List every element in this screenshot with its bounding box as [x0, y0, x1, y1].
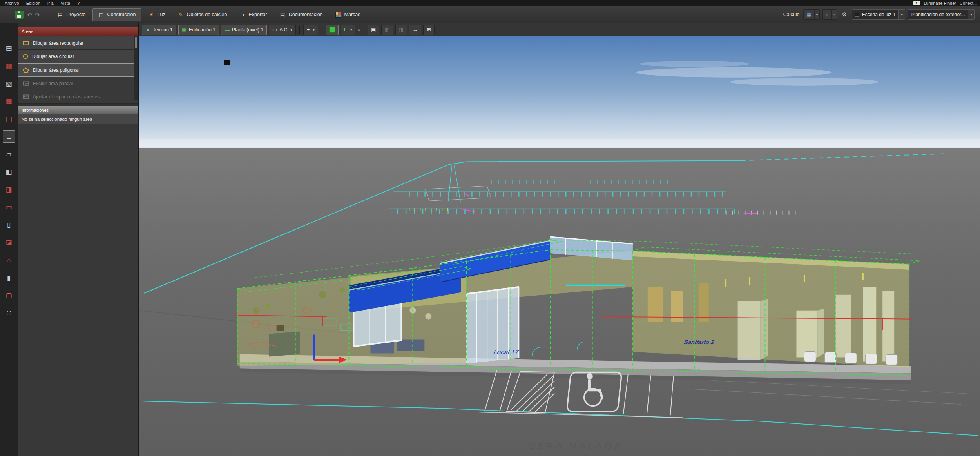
tab-label: Objetos de cálculo — [187, 12, 227, 17]
undo-icon: ↶ — [27, 11, 32, 18]
draw-rectangular-area-button[interactable]: Dibujar área rectangular — [18, 36, 138, 50]
tab-proyecto[interactable]: ▤ Proyecto — [51, 8, 91, 21]
menu-edicion[interactable]: Edición — [24, 1, 45, 5]
snap-crosshair-icon: + — [307, 27, 310, 32]
light-scene-select[interactable]: Escena de luz 1 ▾ — [852, 9, 905, 20]
building-toggle-button[interactable]: ▦ Edificación 1 — [178, 25, 219, 35]
tool-building[interactable]: ▦ — [3, 95, 15, 107]
ground-watermark: OBRA MALAGA — [528, 441, 623, 451]
action-label: Dibujar área poligonal — [33, 67, 79, 73]
export-arrow-icon: ↪ — [239, 11, 246, 18]
action-label: Excluir área parcial — [33, 81, 73, 86]
storey-slab-icon: ▬ — [225, 27, 230, 32]
tool-wall[interactable]: ▭ — [3, 201, 15, 213]
luminaire-finder-link[interactable]: Luminaire Finder — [924, 1, 956, 5]
tab-objetos-de-calculo[interactable]: ✎ Objetos de cálculo — [172, 8, 233, 21]
room-label-local-17: Local 17 — [493, 349, 520, 356]
tab-construccion[interactable]: ◫ Construcción — [92, 8, 141, 21]
storey-label: Planta (nivel) 1 — [232, 27, 263, 33]
measure-button[interactable]: ↔ — [409, 25, 421, 35]
info-status-text: No se ha seleccionado ningún área — [18, 114, 138, 124]
floating-marker[interactable] — [224, 60, 230, 65]
expand-toolbar-arrow[interactable]: ▸ — [358, 28, 360, 32]
chevron-down-icon: ▾ — [313, 28, 315, 32]
split-view-b-button[interactable]: ◨ — [395, 25, 407, 35]
menu-ir-a[interactable]: Ir a — [45, 1, 58, 5]
action-label: Dibujar área circular — [32, 54, 74, 59]
tab-label: Proyecto — [66, 12, 85, 17]
tool-window[interactable]: ▯ — [3, 218, 15, 231]
chevron-down-icon[interactable]: ▾ — [968, 10, 974, 19]
tool-ceiling[interactable]: ◧ — [3, 165, 15, 178]
view-chip-icon: ▭ — [272, 27, 277, 32]
tool-floor-plan-import[interactable]: ▤ — [3, 42, 15, 55]
room-icon: ▱ — [6, 151, 11, 158]
ribbon: ↶ ↷ ▤ Proyecto ◫ Construcción ☀ Luz ✎ Ob… — [0, 6, 980, 23]
tool-storey[interactable]: ◫ — [3, 113, 15, 125]
tab-exportar[interactable]: ↪ Exportar — [234, 8, 272, 21]
room-label-sanitario-2: Sanitario 2 — [683, 339, 715, 345]
cancel-icon: × — [823, 10, 831, 19]
polygon-outline-icon — [23, 67, 29, 73]
dialux-logo-icon: D+ — [913, 1, 920, 5]
tab-label: Construcción — [107, 12, 136, 17]
tab-label: Marcas — [344, 12, 360, 17]
panel-scrollbar[interactable] — [134, 36, 138, 100]
split-left-icon: ◧ — [385, 27, 389, 32]
split-view-a-button[interactable]: ◧ — [381, 25, 393, 35]
tool-dwg-file[interactable]: ▥ — [3, 60, 15, 72]
redo-button[interactable]: ↷ — [35, 12, 40, 18]
chevron-down-icon: ▾ — [290, 28, 292, 32]
panel-empty-area — [18, 124, 138, 456]
sky — [139, 36, 980, 147]
tab-luz[interactable]: ☀ Luz — [142, 8, 170, 21]
viewport-toolbar: ▲ Terreno 1 ▦ Edificación 1 ▬ Planta (ni… — [139, 23, 980, 36]
menu-archivo[interactable]: Archivo — [2, 1, 24, 5]
fit-space-to-walls-button: Ajustar el espacio a las paredes — [18, 90, 138, 104]
draw-polygonal-area-button[interactable]: Dibujar área poligonal — [18, 63, 138, 77]
tool-room[interactable]: ▱ — [3, 148, 15, 160]
light-scene-icon — [855, 13, 859, 17]
draw-circular-area-button[interactable]: Dibujar área circular — [18, 50, 138, 63]
settings-button[interactable]: ⚙ — [840, 11, 849, 18]
planning-select[interactable]: Planificación de exterior... ▾ — [908, 9, 975, 20]
terrain-toggle-button[interactable]: ▲ Terreno 1 — [142, 25, 176, 35]
view-selector-dropdown[interactable]: ▭ A.C ▾ — [269, 25, 296, 35]
tool-door[interactable]: ◪ — [3, 236, 15, 249]
tool-areas[interactable]: ∟ — [3, 130, 15, 143]
fit-to-walls-icon — [23, 94, 29, 99]
snap-options-button[interactable]: + ▾ — [303, 25, 318, 35]
chevron-down-icon[interactable]: ▾ — [898, 10, 905, 19]
menu-vista[interactable]: Vista — [58, 1, 75, 5]
tab-documentacion[interactable]: ▤ Documentación — [274, 8, 328, 21]
tool-roof[interactable]: ⌂ — [3, 254, 15, 266]
3d-viewport[interactable]: OBRA MALAGA — [139, 36, 980, 456]
chevron-down-icon[interactable]: ▾ — [814, 10, 820, 19]
connect-link[interactable]: Conect... — [960, 1, 977, 5]
tab-label: Luz — [157, 12, 165, 17]
undo-button[interactable]: ↶ — [27, 12, 32, 18]
lamp-icon: ☀ — [148, 11, 154, 18]
grid-button[interactable]: ⊞ — [423, 25, 435, 35]
tool-furniture[interactable]: ▧ — [3, 77, 15, 90]
start-calculation-button[interactable]: ▦ ▾ — [803, 9, 820, 20]
wireframe-options-button[interactable]: L ▾ — [341, 25, 355, 35]
chevron-down-icon[interactable]: ▾ — [831, 10, 837, 19]
rectangle-outline-icon — [23, 41, 29, 45]
tool-floor[interactable]: ◨ — [3, 183, 15, 196]
crop-view-button[interactable]: ▣ — [368, 25, 379, 35]
menu-help[interactable]: ? — [75, 1, 84, 5]
cancel-calculation-button[interactable]: × ▾ — [822, 9, 837, 20]
tool-reference-points[interactable]: ∷ — [3, 307, 15, 319]
tab-marcas[interactable]: Marcas — [330, 8, 366, 21]
tool-column[interactable]: ▮ — [3, 271, 15, 284]
3d-scene-container[interactable]: OBRA MALAGA — [139, 36, 980, 456]
toolbar-separator — [364, 26, 364, 34]
scrollbar-thumb[interactable] — [135, 37, 137, 48]
planning-value: Planificación de exterior... — [908, 10, 968, 19]
storey-toggle-button[interactable]: ▬ Planta (nivel) 1 — [221, 25, 267, 35]
save-button[interactable] — [15, 10, 24, 19]
light-scene-value: Escena de luz 1 — [859, 10, 898, 19]
solid-view-button[interactable] — [326, 25, 339, 35]
tool-cutout[interactable]: ▢ — [3, 289, 15, 302]
